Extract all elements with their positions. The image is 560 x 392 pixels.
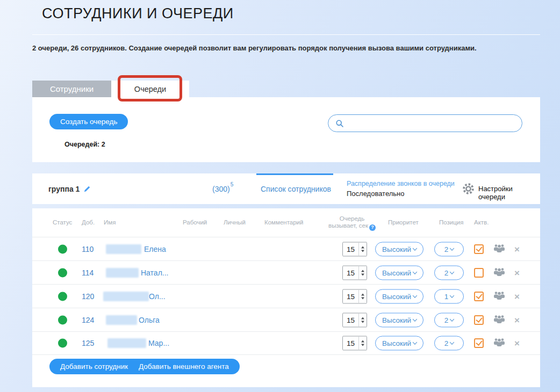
- timeout-value: 15: [343, 313, 358, 326]
- stepper-arrows[interactable]: [358, 266, 367, 279]
- employee-name-link[interactable]: Натал...: [141, 268, 168, 277]
- active-checkbox[interactable]: [474, 338, 484, 348]
- stepper-arrows[interactable]: [358, 313, 367, 326]
- chevron-down-icon: [413, 246, 417, 250]
- stepper-up-icon[interactable]: [361, 340, 364, 343]
- extension-link[interactable]: 110: [82, 245, 94, 253]
- extension-link[interactable]: 125: [82, 339, 94, 347]
- queues-count-label: Очередей: 2: [64, 141, 105, 148]
- search-input[interactable]: [344, 115, 522, 132]
- stepper-down-icon[interactable]: [361, 273, 364, 275]
- active-checkbox[interactable]: [474, 244, 484, 254]
- group-capacity-value: (300): [212, 185, 230, 193]
- extension-link[interactable]: 120: [82, 292, 94, 301]
- extension-link[interactable]: 114: [82, 268, 94, 277]
- remove-icon[interactable]: ×: [514, 244, 520, 253]
- stepper-up-icon[interactable]: [361, 293, 364, 295]
- page-title: СОТРУДНИКИ И ОЧЕРЕДИ: [42, 5, 234, 22]
- position-value: 2: [444, 316, 449, 324]
- position-dropdown[interactable]: 2: [434, 265, 464, 280]
- search-icon: [335, 119, 344, 128]
- position-value: 2: [444, 245, 449, 253]
- priority-value: Высокий: [382, 339, 411, 347]
- search-box[interactable]: [328, 114, 522, 132]
- timeout-stepper[interactable]: 15: [342, 265, 367, 280]
- redacted-name-block: [106, 244, 141, 254]
- active-checkbox[interactable]: [474, 315, 484, 325]
- employee-name-link[interactable]: Ольга: [139, 316, 160, 324]
- help-icon[interactable]: ?: [369, 224, 376, 231]
- timeout-stepper[interactable]: 15: [342, 289, 367, 303]
- tab-employee-list[interactable]: Список сотрудников: [261, 185, 331, 193]
- stepper-down-icon[interactable]: [361, 344, 364, 346]
- queue-group-panel: группа 1 (300)5 Список сотрудников Распр…: [32, 173, 540, 204]
- edit-pencil-icon[interactable]: [83, 185, 91, 193]
- add-external-agent-button[interactable]: Добавить внешнего агента: [128, 359, 240, 374]
- queue-settings-label[interactable]: Настройки очереди: [478, 185, 540, 201]
- stepper-up-icon[interactable]: [361, 270, 364, 272]
- distribution-mode: Последовательно: [347, 190, 405, 198]
- stepper-up-icon[interactable]: [361, 317, 364, 319]
- position-dropdown[interactable]: 1: [434, 289, 464, 303]
- stepper-down-icon[interactable]: [361, 321, 364, 323]
- table-row: 110 Елена 15 Высокий 2 ×: [32, 237, 540, 260]
- header-queue-line2-wrap: вызывает, сек?: [322, 222, 382, 231]
- stepper-arrows[interactable]: [358, 289, 367, 303]
- queues-toolbar-panel: Создать очередь Очередей: 2: [32, 97, 540, 162]
- timeout-value: 15: [343, 337, 358, 350]
- groups-icon[interactable]: [493, 267, 505, 278]
- stepper-down-icon[interactable]: [361, 297, 364, 299]
- groups-icon[interactable]: [493, 291, 505, 302]
- timeout-value: 15: [343, 242, 358, 256]
- active-checkbox[interactable]: [474, 292, 484, 301]
- header-queue-line1: Очередь: [322, 215, 382, 222]
- stepper-up-icon[interactable]: [361, 246, 364, 248]
- stepper-arrows[interactable]: [358, 337, 367, 350]
- remove-icon[interactable]: ×: [514, 268, 520, 277]
- priority-dropdown[interactable]: Высокий: [375, 336, 423, 351]
- tab-queues[interactable]: Очереди: [111, 81, 189, 97]
- groups-icon[interactable]: [493, 314, 505, 325]
- priority-value: Высокий: [382, 316, 411, 324]
- create-queue-button[interactable]: Создать очередь: [49, 114, 128, 129]
- active-checkbox[interactable]: [474, 268, 484, 278]
- priority-value: Высокий: [382, 245, 411, 253]
- header-active: Актв.: [474, 219, 489, 226]
- groups-icon[interactable]: [493, 338, 505, 349]
- priority-dropdown[interactable]: Высокий: [375, 265, 423, 280]
- groups-icon[interactable]: [493, 243, 505, 255]
- timeout-stepper[interactable]: 15: [342, 336, 367, 351]
- remove-icon[interactable]: ×: [514, 292, 520, 301]
- stepper-arrows[interactable]: [358, 242, 367, 256]
- priority-dropdown[interactable]: Высокий: [375, 242, 423, 256]
- timeout-stepper[interactable]: 15: [342, 313, 367, 327]
- header-work: Рабочий: [183, 219, 207, 226]
- position-value: 1: [444, 292, 449, 300]
- timeout-stepper[interactable]: 15: [342, 242, 367, 256]
- group-name: группа 1: [48, 173, 91, 204]
- position-dropdown[interactable]: 2: [434, 242, 464, 256]
- remove-icon[interactable]: ×: [514, 339, 520, 348]
- tab-employees[interactable]: Сотрудники: [32, 81, 111, 97]
- extension-link[interactable]: 124: [82, 316, 94, 324]
- position-value: 2: [444, 339, 449, 347]
- gear-icon[interactable]: [461, 182, 476, 196]
- employee-name-link[interactable]: Ол...: [149, 292, 166, 301]
- header-comment: Комментарий: [264, 219, 303, 226]
- stepper-down-icon[interactable]: [361, 250, 364, 252]
- redacted-name-block: [106, 315, 137, 325]
- group-capacity: (300)5: [212, 184, 233, 193]
- employee-name-link[interactable]: Елена: [144, 245, 166, 253]
- distribution-link[interactable]: Распределение звонков в очереди: [347, 180, 455, 187]
- position-dropdown[interactable]: 2: [434, 313, 464, 327]
- status-online-dot: [58, 268, 67, 277]
- remove-icon[interactable]: ×: [514, 315, 520, 324]
- chevron-down-icon: [450, 340, 454, 344]
- employee-name-link[interactable]: Мар...: [148, 339, 169, 347]
- chevron-down-icon: [413, 340, 417, 344]
- page-subtitle: 2 очереди, 26 сотрудников. Создание очер…: [32, 44, 527, 52]
- priority-dropdown[interactable]: Высокий: [375, 313, 423, 327]
- position-dropdown[interactable]: 2: [434, 336, 464, 351]
- chevron-down-icon: [413, 270, 417, 274]
- priority-dropdown[interactable]: Высокий: [375, 289, 423, 303]
